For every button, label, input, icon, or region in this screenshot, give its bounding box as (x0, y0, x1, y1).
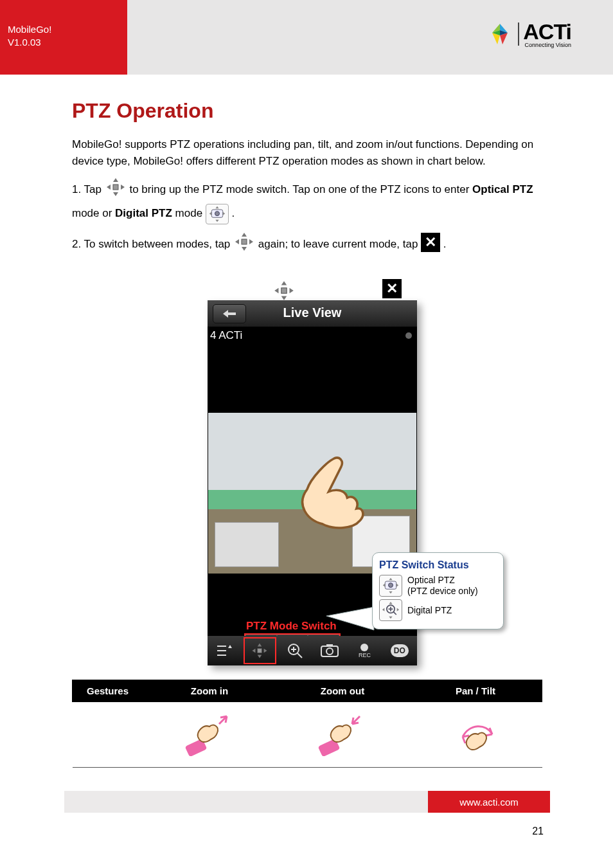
ptz-arrows-icon (105, 176, 127, 203)
digital-ptz-icon (379, 599, 402, 621)
swipe-gesture-icon (450, 747, 501, 758)
record-button[interactable]: REC (347, 636, 382, 665)
close-icon: ✕ (421, 233, 440, 252)
step2-mid: again; to leave current mode, tap (258, 237, 421, 249)
step1-bold-optical: Optical PTZ (472, 183, 533, 195)
svg-point-14 (326, 648, 333, 655)
brand-logo: ACTi Connecting Vision (486, 19, 571, 48)
digital-output-button[interactable]: DO (382, 636, 417, 665)
cell-zoom-out (276, 702, 409, 768)
cell-pan-tilt (409, 702, 542, 768)
step-1: 1. Tap to bring up the PTZ mode switch. … (72, 176, 542, 224)
th-zoom-out: Zoom out (276, 680, 409, 702)
ptz-toggle-button[interactable] (242, 636, 277, 665)
ptz-arrows-icon (233, 231, 255, 258)
optical-ptz-icon (379, 575, 402, 597)
pinch-in-gesture-icon (317, 747, 368, 758)
row-label (73, 702, 143, 768)
rec-label: REC (359, 652, 371, 658)
ptz-arrows-icon (251, 642, 269, 660)
page-heading: PTZ Operation (72, 95, 542, 127)
svg-rect-15 (326, 644, 333, 647)
pinch-out-gesture-icon (184, 747, 235, 758)
table-row (73, 702, 542, 768)
svg-line-10 (298, 653, 302, 658)
page-content: PTZ Operation MobileGo! supports PTZ ope… (72, 95, 542, 264)
step2-end: . (443, 237, 447, 249)
callout-pointer-icon (324, 606, 375, 638)
record-dot-icon (360, 644, 368, 651)
header-product-text: MobileGo! V1.0.03 (8, 23, 51, 50)
ptz-mode-switch-label: PTZ Mode Switch (246, 620, 337, 633)
ptz-status-callout: PTZ Switch Status Optical PTZ (PTZ devic… (372, 552, 504, 629)
camera-icon (320, 644, 339, 658)
intro-paragraph: MobileGo! supports PTZ operations includ… (72, 136, 542, 170)
th-gestures: Gestures (73, 680, 143, 702)
step1-after: mode (175, 207, 206, 219)
logo-divider (518, 23, 519, 46)
cell-zoom-in (143, 702, 276, 768)
magnifier-icon (287, 642, 303, 659)
product-name: MobileGo! (8, 24, 51, 35)
zoom-button[interactable] (278, 636, 312, 665)
callout-optical-note: (PTZ device only) (407, 586, 478, 596)
callout-row-digital: Digital PTZ (379, 599, 497, 621)
step1-pre: 1. Tap (72, 183, 105, 195)
app-titlebar: Live View (208, 300, 417, 327)
preset-list-icon (216, 644, 234, 658)
step1-mid: to bring up the PTZ mode switch. Tap on … (129, 183, 472, 195)
logo-text: ACTi (523, 19, 571, 44)
th-pan-tilt: Pan / Tilt (409, 680, 542, 702)
footer-url: www.acti.com (428, 791, 550, 813)
callout-optical-label: Optical PTZ (407, 575, 455, 585)
header-red-block: MobileGo! V1.0.03 (0, 0, 127, 75)
do-label: DO (394, 646, 405, 655)
camera-status-dot (405, 332, 412, 339)
gestures-table: Gestures Zoom in Zoom out Pan / Tilt (72, 680, 542, 768)
table-header-row: Gestures Zoom in Zoom out Pan / Tilt (73, 680, 542, 702)
callout-digital-label: Digital PTZ (407, 605, 452, 616)
snapshot-button[interactable] (312, 636, 347, 665)
callout-row-optical: Optical PTZ (PTZ device only) (379, 575, 497, 597)
live-video-area[interactable] (208, 413, 416, 574)
logo-subtext: Connecting Vision (523, 42, 571, 48)
th-zoom-in: Zoom in (143, 680, 276, 702)
step1-mid2: mode or (72, 207, 115, 219)
tap-hand-icon (292, 451, 369, 538)
callout-title: PTZ Switch Status (379, 559, 497, 571)
step-2: 2. To switch between modes, tap again; t… (72, 231, 542, 258)
step2-pre: 2. To switch between modes, tap (72, 237, 233, 249)
camera-label: 4 ACTi (210, 329, 242, 342)
bottom-toolbar: REC DO (208, 636, 417, 665)
step1-bold-digital: Digital PTZ (115, 207, 172, 219)
preset-button[interactable] (208, 636, 242, 665)
page-footer: www.acti.com (64, 791, 550, 813)
page-number: 21 (532, 826, 544, 837)
optical-ptz-icon (206, 204, 229, 224)
do-badge-icon: DO (391, 644, 409, 657)
app-title: Live View (208, 305, 417, 320)
step1-end: . (232, 207, 235, 219)
logo-mark-icon (486, 21, 514, 47)
product-version: V1.0.03 (8, 37, 41, 48)
